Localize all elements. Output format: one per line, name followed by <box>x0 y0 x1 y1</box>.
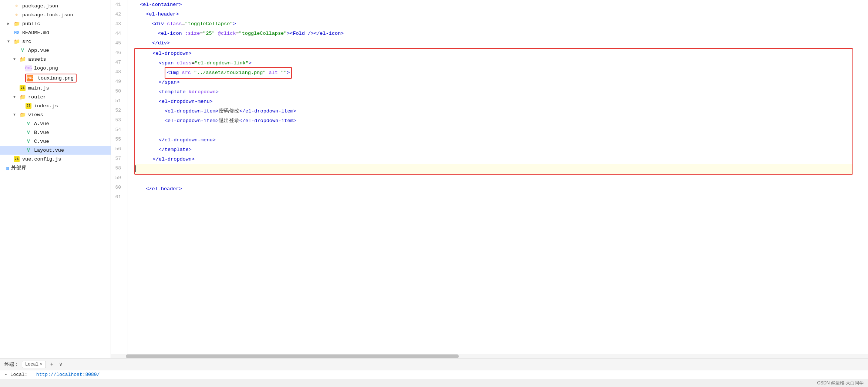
sidebar-item-assets[interactable]: ▼ 📁 assets <box>0 55 111 64</box>
code-line-44: <el-icon :size="25" @click="toggleCollap… <box>134 29 868 38</box>
sidebar-item-views[interactable]: ▼ 📁 views <box>0 110 111 119</box>
sidebar-item-external-lib[interactable]: ▦ 外部库 <box>0 164 111 172</box>
line-num-56: 56 <box>111 144 124 154</box>
code-text: <el-dropdown-item>密码修改</el-dropdown-item… <box>135 107 296 116</box>
sidebar-item-readme[interactable]: MD README.md <box>0 28 111 37</box>
sidebar-item-label: vue.config.js <box>22 157 61 162</box>
line-num-49: 49 <box>111 77 124 87</box>
code-line-61 <box>134 194 868 203</box>
line-num-53: 53 <box>111 115 124 125</box>
code-text: <el-dropdown> <box>135 49 192 58</box>
line-num-57: 57 <box>111 154 124 164</box>
sidebar-item-label: package.json <box>22 3 58 9</box>
terminal-label: 终端： <box>4 361 19 368</box>
code-text: </span> <box>135 78 180 87</box>
folder-icon: 📁 <box>13 20 20 27</box>
line-num-54: 54 <box>111 125 124 135</box>
line-num-50: 50 <box>111 87 124 96</box>
sidebar-item-label: public <box>22 21 40 27</box>
code-content: 41 42 43 44 45 46 47 48 49 50 51 52 53 5… <box>111 0 868 354</box>
arrow-expanded-icon: ▼ <box>13 113 19 117</box>
line-num-46: 46 <box>111 48 124 58</box>
line-num-58: 58 <box>111 164 124 173</box>
vue-icon: V <box>25 147 32 154</box>
code-text: </template> <box>135 145 192 155</box>
sidebar-item-router[interactable]: ▼ 📁 router <box>0 92 111 101</box>
sidebar-item-package-json[interactable]: ⚙ package.json <box>0 1 111 10</box>
terminal-tab-close[interactable]: × <box>40 362 43 367</box>
terminal-local-url[interactable]: http://localhost:8080/ <box>36 372 100 377</box>
code-text: <el-dropdown-item>退出登录</el-dropdown-item… <box>135 116 296 126</box>
code-line-56: </template> <box>135 145 852 155</box>
vue-icon: V <box>25 138 32 145</box>
js-icon: JS <box>13 156 20 162</box>
line-num-43: 43 <box>111 19 124 29</box>
sidebar-item-app-vue[interactable]: V App.vue <box>0 46 111 55</box>
terminal-tab-local[interactable]: Local × <box>22 361 46 368</box>
sidebar-item-label: README.md <box>22 30 49 36</box>
horizontal-scrollbar[interactable] <box>111 354 868 358</box>
code-line-48: <img src="../assets/touxiang.png" alt=""… <box>135 68 852 78</box>
sidebar-item-touxiang-png[interactable]: PNG touxiang.png <box>0 73 111 84</box>
terminal-chevron-button[interactable]: ∨ <box>58 360 64 368</box>
sidebar-item-label: main.js <box>28 85 49 91</box>
vue-icon: V <box>19 47 26 54</box>
sidebar-item-label: index.js <box>34 103 58 109</box>
code-text <box>135 126 138 135</box>
folder-icon: 📁 <box>13 38 20 45</box>
line-num-52: 52 <box>111 106 124 115</box>
sidebar-item-router-index-js[interactable]: JS index.js <box>0 101 111 110</box>
scrollbar-thumb <box>126 354 459 358</box>
line-num-47: 47 <box>111 58 124 67</box>
sidebar-item-b-vue[interactable]: V B.vue <box>0 128 111 137</box>
code-line-59 <box>134 175 868 184</box>
code-text: <template #dropdown> <box>135 87 219 97</box>
json-icon: ⚙ <box>13 11 20 18</box>
lib-icon: ▦ <box>6 165 9 171</box>
code-line-60: </el-header> <box>134 184 868 194</box>
sidebar-item-src[interactable]: ▼ 📁 src <box>0 37 111 46</box>
sidebar-item-main-js[interactable]: JS main.js <box>0 84 111 92</box>
js-icon: JS <box>25 102 32 109</box>
arrow-expanded-icon: ▼ <box>13 95 19 99</box>
code-text <box>135 164 136 174</box>
sidebar-item-c-vue[interactable]: V C.vue <box>0 137 111 146</box>
sidebar-item-a-vue[interactable]: V A.vue <box>0 119 111 128</box>
terminal-add-button[interactable]: + <box>49 361 55 368</box>
js-icon: JS <box>19 85 26 91</box>
code-line-53: <el-dropdown-item>退出登录</el-dropdown-item… <box>135 116 852 126</box>
sidebar-item-label: Layout.vue <box>34 148 64 153</box>
code-text: <div class="toggleCollapse"> <box>134 19 236 29</box>
sidebar-item-package-lock-json[interactable]: ⚙ package-lock.json <box>0 10 111 19</box>
md-icon: MD <box>13 29 20 36</box>
code-line-46: <el-dropdown> <box>135 49 852 58</box>
folder-icon: 📁 <box>19 56 26 63</box>
sidebar-item-label: App.vue <box>28 48 49 53</box>
code-lines-container: <el-container> <el-header> <div class="t… <box>128 0 868 354</box>
sidebar-item-label: logo.png <box>34 65 58 71</box>
arrow-expanded-icon: ▼ <box>7 40 13 44</box>
code-text: <el-header> <box>134 10 179 19</box>
vue-icon: V <box>25 129 32 136</box>
sidebar-item-vue-config[interactable]: JS vue.config.js <box>0 155 111 164</box>
status-text: CSDN @运维-大白同学 <box>817 380 864 386</box>
json-icon: ⚙ <box>13 3 20 9</box>
sidebar-item-label: A.vue <box>34 121 49 127</box>
code-text: </el-header> <box>134 184 182 194</box>
png-icon: PNG <box>25 65 32 71</box>
sidebar-item-label: touxiang.png <box>38 75 74 81</box>
terminal-line: - Local: http://localhost:8080/ <box>0 370 868 379</box>
line-num-42: 42 <box>111 10 124 19</box>
code-line-52: <el-dropdown-item>密码修改</el-dropdown-item… <box>135 107 852 116</box>
code-text: <el-container> <box>134 0 182 10</box>
sidebar-item-layout-vue[interactable]: V Layout.vue <box>0 146 111 155</box>
png-orange-icon: PNG <box>27 75 33 81</box>
folder-icon: 📁 <box>19 94 26 100</box>
sidebar-item-logo-png[interactable]: PNG logo.png <box>0 64 111 73</box>
sidebar-item-label: views <box>28 112 43 118</box>
line-num-61: 61 <box>111 192 124 202</box>
line-num-45: 45 <box>111 38 124 48</box>
folder-icon: 📁 <box>19 111 26 118</box>
sidebar-item-public[interactable]: ▶ 📁 public <box>0 19 111 28</box>
sidebar-item-label: src <box>22 39 31 44</box>
